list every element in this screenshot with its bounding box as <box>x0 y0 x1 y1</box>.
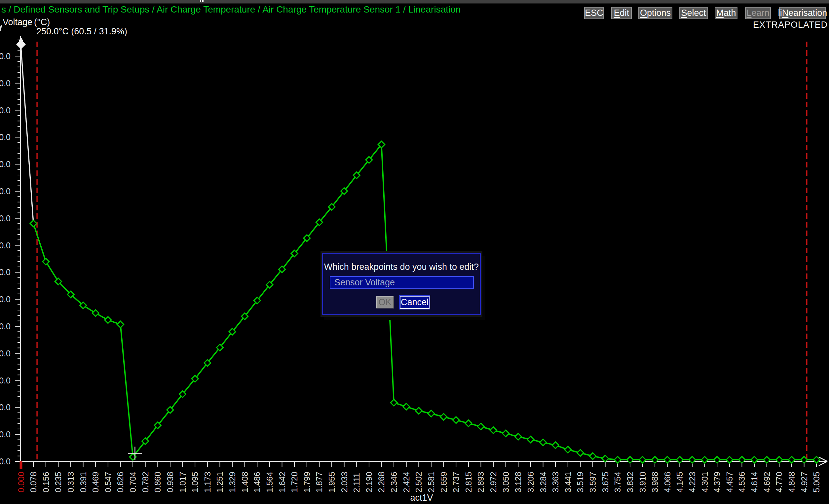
breakpoint-marker[interactable] <box>403 403 410 410</box>
breakpoint-marker[interactable] <box>503 430 509 437</box>
x-tick-zero <box>20 461 23 469</box>
breakpoint-marker[interactable] <box>43 258 49 265</box>
breakpoint-marker[interactable] <box>776 457 783 463</box>
breakpoint-marker[interactable] <box>664 457 671 463</box>
breakpoint-marker[interactable] <box>428 410 434 417</box>
breakpoint-marker[interactable] <box>589 453 596 459</box>
breakpoint-marker[interactable] <box>117 321 123 327</box>
ok-button[interactable]: OK <box>376 296 394 308</box>
breakpoint-marker[interactable] <box>676 457 683 463</box>
breakpoint-marker[interactable] <box>726 457 733 463</box>
breakpoint-marker[interactable] <box>565 446 571 453</box>
breakpoint-marker[interactable] <box>515 433 521 440</box>
breakpoint-marker[interactable] <box>764 457 770 463</box>
breakpoint-marker[interactable] <box>105 317 111 323</box>
cancel-button[interactable]: Cancel <box>400 296 430 309</box>
breakpoint-marker[interactable] <box>440 414 447 420</box>
breakpoint-marker[interactable] <box>627 457 634 463</box>
extrapolated-segment <box>21 47 34 223</box>
dialog-title: Which breakpoints do you wish to edit? <box>323 262 480 272</box>
breakpoint-marker[interactable] <box>527 436 534 443</box>
breakpoint-marker[interactable] <box>602 455 609 462</box>
breakpoint-marker[interactable] <box>490 427 497 434</box>
breakpoint-marker[interactable] <box>540 439 546 445</box>
breakpoint-marker[interactable] <box>751 457 758 463</box>
breakpoint-marker[interactable] <box>30 220 37 227</box>
breakpoint-marker[interactable] <box>639 457 646 463</box>
breakpoint-marker[interactable] <box>577 450 583 456</box>
breakpoint-marker[interactable] <box>689 457 695 463</box>
breakpoint-marker[interactable] <box>652 457 658 463</box>
breakpoint-marker[interactable] <box>714 457 720 463</box>
linearisation-chart[interactable] <box>0 0 829 504</box>
breakpoint-marker[interactable] <box>614 457 621 463</box>
breakpoint-marker[interactable] <box>477 423 484 430</box>
breakpoint-marker[interactable] <box>552 442 559 449</box>
breakpoint-marker[interactable] <box>453 417 459 423</box>
breakpoint-marker[interactable] <box>391 399 397 406</box>
breakpoint-marker[interactable] <box>788 457 795 463</box>
breakpoint-marker[interactable] <box>465 420 472 427</box>
breakpoint-marker[interactable] <box>92 310 99 316</box>
breakpoint-marker[interactable] <box>415 408 422 414</box>
breakpoints-input[interactable] <box>330 276 474 289</box>
breakpoint-marker[interactable] <box>738 457 745 463</box>
breakpoints-dialog: Which breakpoints do you wish to edit? O… <box>322 253 481 315</box>
selected-breakpoint-marker[interactable] <box>17 40 26 48</box>
breakpoint-marker[interactable] <box>701 457 708 463</box>
